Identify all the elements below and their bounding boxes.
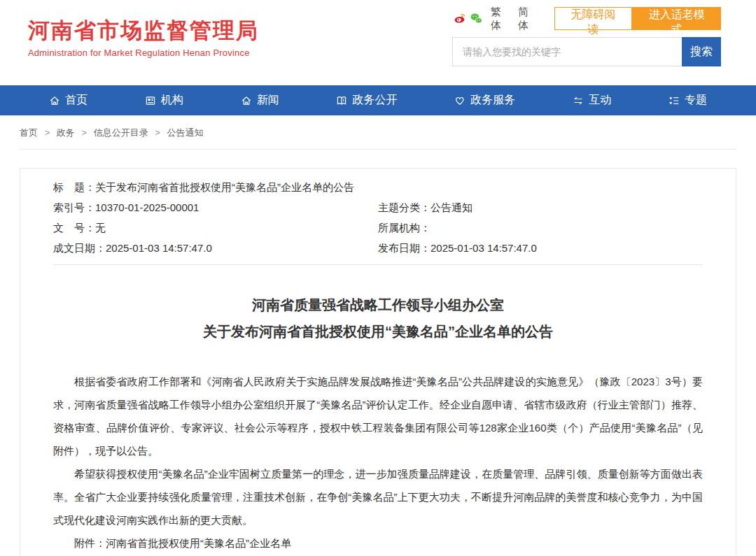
house-icon — [241, 95, 252, 106]
accessibility-reading-button[interactable]: 无障碍阅读 — [554, 7, 632, 30]
breadcrumb-separator: > — [155, 127, 160, 138]
breadcrumb-info-catalog[interactable]: 信息公开目录 — [94, 127, 148, 138]
meta-index-value: 10370-01-2025-00001 — [95, 197, 199, 218]
article-paragraph: 根据省委省政府工作部署和《河南省人民政府关于实施品牌发展战略推进“美豫名品”公共… — [53, 370, 703, 462]
meta-date-created-value: 2025-01-03 14:57:47.0 — [106, 238, 212, 258]
article-title: 河南省质量强省战略工作领导小组办公室 关于发布河南省首批授权使用“美豫名品”企业… — [53, 292, 703, 345]
article-title-line1: 河南省质量强省战略工作领导小组办公室 — [53, 292, 703, 318]
site-logo[interactable]: 河南省市场监督管理局 Administration for Market Reg… — [28, 18, 259, 58]
home-icon — [49, 95, 60, 106]
nav-item-home[interactable]: 首页 — [49, 85, 88, 115]
nav-item-label: 机构 — [161, 93, 183, 108]
meta-date-published-value: 2025-01-03 14:57:47.0 — [430, 238, 537, 258]
meta-docnum-value: 无 — [95, 218, 106, 238]
lang-traditional-link[interactable]: 繁体 — [491, 6, 511, 32]
lang-simplified-link[interactable]: 简体 — [518, 6, 538, 32]
main-nav: 首页 机构 新闻 政务公开 — [0, 85, 756, 115]
breadcrumb: 首页 > 政务 > 信息公开目录 > 公告通知 — [20, 115, 736, 150]
nav-item-organization[interactable]: 机构 — [145, 85, 183, 115]
article-title-line2: 关于发布河南省首批授权使用“美豫名品”企业名单的公告 — [53, 318, 703, 345]
breadcrumb-gov[interactable]: 政务 — [57, 127, 75, 138]
nav-item-news[interactable]: 新闻 — [241, 85, 279, 115]
article-paragraph: 希望获得授权使用“美豫名品”企业牢固树立质量第一的理念，进一步加强质量品牌建设，… — [53, 462, 703, 532]
meta-category-value: 公告通知 — [430, 197, 472, 218]
wechat-icon[interactable] — [470, 12, 483, 25]
header-utility-row: 繁体 简体 无障碍阅读 进入适老模式 — [452, 7, 721, 30]
site-subtitle: Administration for Market Regulation Hen… — [28, 48, 259, 58]
open-book-icon — [336, 95, 347, 106]
site-title: 河南省市场监督管理局 — [28, 18, 259, 43]
nav-item-topics[interactable]: 专题 — [668, 85, 707, 115]
search-input[interactable] — [452, 37, 682, 66]
meta-divider — [53, 264, 703, 265]
meta-category-label: 主题分类： — [378, 197, 430, 218]
nav-item-label: 专题 — [685, 93, 707, 108]
heart-icon — [454, 95, 465, 106]
nav-item-label: 新闻 — [257, 93, 279, 108]
nav-item-label: 政务服务 — [470, 93, 515, 108]
article-attachment-line: 附件：河南省首批授权使用“美豫名品”企业名单 — [53, 532, 703, 555]
nav-item-gov-services[interactable]: 政务服务 — [454, 85, 515, 115]
breadcrumb-separator: > — [81, 127, 87, 138]
weibo-icon[interactable] — [452, 12, 465, 25]
star-list-icon — [668, 95, 680, 106]
article-body: 根据省委省政府工作部署和《河南省人民政府关于实施品牌发展战略推进“美豫名品”公共… — [53, 370, 703, 555]
meta-index-label: 索引号： — [53, 197, 95, 218]
newspaper-icon — [145, 95, 156, 106]
header-right: 繁体 简体 无障碍阅读 进入适老模式 搜索 — [452, 7, 721, 66]
meta-title-value: 关于发布河南省首批授权使用“美豫名品”企业名单的公告 — [95, 177, 354, 197]
document-panel: 标 题： 关于发布河南省首批授权使用“美豫名品”企业名单的公告 索引号： 103… — [20, 168, 736, 556]
breadcrumb-home[interactable]: 首页 — [20, 127, 38, 138]
nav-item-gov-disclosure[interactable]: 政务公开 — [336, 85, 397, 115]
swap-arrows-icon — [573, 95, 584, 106]
meta-docnum-label: 文 号： — [53, 218, 95, 238]
meta-date-published-label: 发布日期： — [378, 238, 430, 258]
nav-item-label: 互动 — [589, 93, 611, 108]
meta-title-label: 标 题： — [53, 177, 95, 197]
site-header: 河南省市场监督管理局 Administration for Market Reg… — [0, 0, 756, 85]
nav-item-interaction[interactable]: 互动 — [573, 85, 611, 115]
meta-org-label: 所属机构： — [378, 218, 430, 238]
search-button[interactable]: 搜索 — [682, 37, 721, 66]
search-bar: 搜索 — [452, 37, 721, 66]
nav-item-label: 政务公开 — [352, 93, 397, 108]
breadcrumb-current: 公告通知 — [167, 127, 204, 138]
elder-mode-button[interactable]: 进入适老模式 — [632, 7, 721, 30]
breadcrumb-separator: > — [45, 127, 50, 138]
nav-item-label: 首页 — [65, 93, 88, 108]
document-meta: 标 题： 关于发布河南省首批授权使用“美豫名品”企业名单的公告 索引号： 103… — [53, 177, 703, 258]
meta-date-created-label: 成文日期： — [53, 238, 106, 258]
